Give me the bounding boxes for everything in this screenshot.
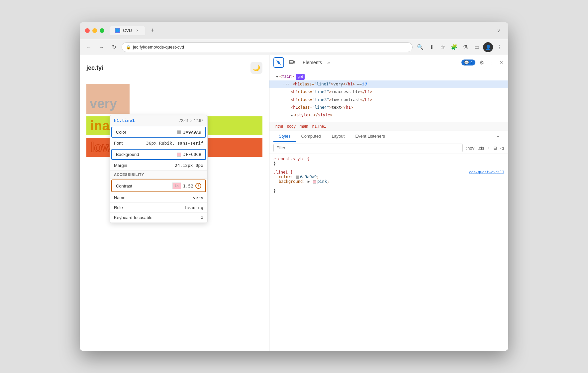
dark-mode-toggle[interactable]: 🌙	[250, 62, 262, 74]
tree-arrow-icon: ▼	[276, 74, 278, 79]
tab-favicon-icon: 🌐	[115, 28, 120, 33]
tooltip-keyboard-row: Keyboard-focusable ⊘	[110, 213, 207, 223]
styles-filter-input[interactable]	[273, 144, 463, 152]
more-panels-button[interactable]: »	[327, 60, 330, 65]
tab-computed[interactable]: Computed	[296, 131, 326, 142]
address-text: jec.fyi/demo/cds-quest-cvd	[133, 45, 184, 50]
address-bar[interactable]: 🔒 jec.fyi/demo/cds-quest-cvd	[122, 42, 413, 52]
comments-badge[interactable]: 💬 4	[461, 60, 475, 65]
style-tabs-bar: Styles Computed Layout Event Listeners »	[269, 131, 508, 142]
css-source-link[interactable]: cds-quest-cvd:11	[469, 170, 504, 174]
contrast-preview: Aa	[172, 183, 181, 189]
tooltip-font-row: Font 36px Rubik, sans-serif	[110, 138, 207, 148]
new-tab-button[interactable]: +	[148, 26, 157, 35]
force-state-button[interactable]: ⊞	[493, 145, 498, 151]
keyboard-value: ⊘	[201, 215, 203, 220]
settings-button[interactable]: ⚙	[478, 58, 485, 67]
tab-styles[interactable]: Styles	[273, 131, 296, 142]
breadcrumb-h1-line1[interactable]: h1.line1	[310, 123, 328, 129]
element-tooltip: h1.line1 72.61 × 42.67 Color #A9A9A9 Fon…	[110, 115, 208, 223]
reload-button[interactable]: ↻	[109, 42, 119, 52]
flask-button[interactable]: ⚗	[460, 42, 470, 52]
tab-layout[interactable]: Layout	[326, 131, 350, 142]
color-swatch	[177, 130, 181, 134]
webpage-view: jec.fyi 🌙 very inac low- h1.line1 72.61 …	[80, 55, 269, 351]
forward-button[interactable]: →	[96, 42, 106, 52]
tree-h1-line4[interactable]: <h1 class="line4" >text</h1>	[269, 104, 508, 111]
line1-selector: .line1 {	[273, 170, 293, 175]
tab-event-listeners[interactable]: Event Listeners	[350, 131, 390, 142]
share-button[interactable]: ⬆	[427, 42, 437, 52]
device-toggle-button[interactable]	[287, 57, 297, 68]
name-label: Name	[114, 195, 126, 200]
element-style-selector: element.style {	[273, 157, 309, 161]
tree-h1-line2[interactable]: <h1 class="line2" >inaccessible</h1>	[269, 88, 508, 96]
breadcrumb-html[interactable]: html	[273, 123, 285, 129]
tooltip-name-row: Name very	[110, 193, 207, 203]
extension-button[interactable]: 🧩	[449, 42, 459, 52]
tree-h1-line3[interactable]: <h1 class="line3" >low-contrast</h1>	[269, 96, 508, 104]
tab-close-button[interactable]: ×	[135, 28, 140, 33]
minimize-button[interactable]	[92, 28, 97, 33]
cls-button[interactable]: .cls	[477, 145, 485, 151]
breadcrumb-body[interactable]: body	[285, 123, 298, 129]
tab-bar: 🌐 CVD × + ∨	[110, 26, 503, 35]
font-value: 36px Rubik, sans-serif	[146, 141, 203, 146]
grid-badge: grid	[296, 74, 305, 80]
add-style-button[interactable]: +	[487, 145, 491, 151]
tab-list-button[interactable]: ∨	[497, 28, 503, 33]
tree-style-tag[interactable]: ▶ <style>…</style>	[269, 111, 508, 119]
hov-button[interactable]: :hov	[465, 145, 475, 151]
contrast-value: Aa 1.52 !	[172, 183, 201, 189]
tab-more[interactable]: »	[491, 131, 504, 142]
tooltip-color-row: Color #A9A9A9	[111, 127, 206, 138]
breadcrumb-main[interactable]: main	[298, 123, 310, 129]
tree-h1-line1[interactable]: ··· <h1 class="line1" >very</h1> == $0	[269, 80, 508, 88]
devtools-more-button[interactable]: ⋮	[488, 58, 496, 67]
styles-actions: :hov .cls + ⊞ ◁	[465, 145, 504, 151]
close-button[interactable]	[85, 28, 90, 33]
color-label: Color	[116, 130, 126, 135]
tooltip-contrast-row: Contrast Aa 1.52 !	[111, 180, 206, 192]
color-swatch-inline	[296, 176, 299, 179]
style-arrow-icon: ▶	[291, 113, 293, 118]
maximize-button[interactable]	[100, 28, 104, 33]
color-property: color: #a9a9a9;	[273, 175, 504, 179]
menu-button[interactable]: ⋮	[494, 42, 504, 52]
site-header: jec.fyi 🌙	[86, 62, 262, 74]
breadcrumb-bar: html body main h1.line1	[269, 122, 508, 131]
active-tab[interactable]: 🌐 CVD ×	[110, 26, 145, 35]
new-style-button[interactable]: ◁	[500, 145, 504, 151]
back-button[interactable]: ←	[84, 42, 94, 52]
devtools-close-button[interactable]: ×	[499, 58, 504, 67]
site-logo: jec.fyi	[86, 64, 103, 71]
tree-main-tag[interactable]: ▼ <main> grid	[269, 73, 508, 80]
font-label: Font	[114, 141, 123, 146]
name-value: very	[193, 195, 203, 200]
keyboard-label: Keyboard-focusable	[114, 215, 152, 220]
inspect-element-button[interactable]	[273, 57, 284, 68]
tooltip-background-row: Background #FFC0CB	[111, 149, 206, 160]
role-label: Role	[114, 205, 123, 210]
search-button[interactable]: 🔍	[415, 42, 425, 52]
tab-title: CVD	[123, 28, 132, 33]
line1-rule-block: .line1 { cds-quest-cvd:11 color: #a9a9a9…	[273, 170, 504, 193]
html-tree: ▼ <main> grid ··· <h1 class="line1" >ver…	[269, 70, 508, 122]
color-value: #A9A9A9	[177, 130, 201, 135]
main-content-area: jec.fyi 🌙 very inac low- h1.line1 72.61 …	[80, 55, 508, 351]
svg-rect-1	[294, 61, 295, 63]
background-swatch-inline	[313, 180, 316, 184]
background-value: #FFC0CB	[177, 152, 201, 157]
profile-button[interactable]: 👤	[483, 42, 493, 52]
element-style-close: }	[273, 161, 276, 166]
role-value: heading	[185, 205, 203, 210]
tooltip-element-name: h1.line1	[114, 118, 135, 123]
elements-tab[interactable]: Elements	[300, 60, 325, 65]
bookmark-button[interactable]: ☆	[438, 42, 448, 52]
background-label: Background	[116, 152, 139, 157]
sidebar-button[interactable]: ▭	[472, 42, 482, 52]
element-style-block: element.style { }	[273, 157, 504, 166]
tooltip-dimensions: 72.61 × 42.67	[179, 118, 203, 123]
margin-label: Margin	[114, 163, 127, 168]
tooltip-header: h1.line1 72.61 × 42.67	[110, 115, 207, 126]
